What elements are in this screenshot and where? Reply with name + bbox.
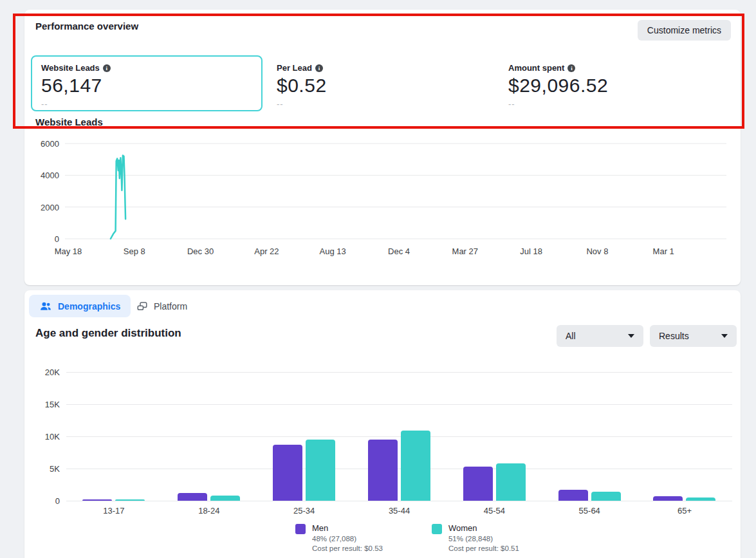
svg-text:Jul 18: Jul 18 [520,246,542,256]
tab-platform[interactable]: Platform [126,295,198,317]
x-axis-label: 65+ [637,506,732,516]
svg-text:Mar 1: Mar 1 [653,246,674,256]
breakdown-dropdown-value: All [566,331,576,341]
men-bar-25-34[interactable] [273,445,302,501]
svg-text:6000: 6000 [41,139,59,149]
performance-overview-card: Performance overview Customize metrics W… [24,10,741,285]
women-bar-65+[interactable] [686,498,715,501]
women-bar-13-17[interactable] [115,499,145,501]
men-color-swatch [295,524,306,534]
metric-card-website-leads[interactable]: Website Leads i 56,147 -- [31,55,263,111]
people-icon [39,300,52,313]
metric-subvalue: -- [41,99,252,109]
legend-share: 48% (27,088) [312,535,383,543]
line-chart-title: Website Leads [35,116,103,127]
women-bar-25-34[interactable] [306,440,335,501]
svg-text:4000: 4000 [41,171,59,180]
age-gender-title: Age and gender distribution [35,327,181,340]
platform-icon [136,301,148,312]
svg-text:Aug 13: Aug 13 [320,246,346,256]
metric-card-amount-spent[interactable]: Amount spent i $29,096.52 -- [508,63,608,109]
gridline [66,501,732,501]
svg-text:Nov 8: Nov 8 [586,246,608,256]
bar-group-35-44 [368,431,430,501]
x-axis-label: 55-64 [542,506,637,516]
metric-label-text: Website Leads [41,63,100,73]
metric-card-per-lead[interactable]: Per Lead i $0.52 -- [277,63,327,109]
y-axis-label: 10K [31,432,60,442]
metric-label-text: Amount spent [508,63,564,73]
tab-platform-label: Platform [154,301,187,312]
men-bar-35-44[interactable] [368,440,398,501]
svg-text:May 18: May 18 [55,246,82,256]
bar-chart-legend: Men 48% (27,088) Cost per result: $0.53 … [295,523,519,552]
bar-group-18-24 [178,493,240,501]
metric-subvalue: -- [277,99,327,109]
bar-group-65+ [653,496,715,501]
x-axis-label: 25-34 [257,506,352,516]
metric-dropdown-value: Results [659,331,689,341]
metric-label: Per Lead i [277,63,327,73]
y-axis-label: 5K [31,464,60,474]
svg-text:Apr 22: Apr 22 [254,246,279,256]
men-bar-18-24[interactable] [178,493,207,501]
website-leads-line-chart: 0200040006000May 18Sep 8Dec 30Apr 22Aug … [35,137,733,266]
legend-cost: Cost per result: $0.53 [312,544,383,552]
legend-item-men: Men 48% (27,088) Cost per result: $0.53 [295,523,383,552]
men-bar-13-17[interactable] [82,499,112,501]
tab-demographics[interactable]: Demographics [29,295,131,317]
svg-text:0: 0 [55,234,59,244]
men-bar-65+[interactable] [653,496,683,501]
info-icon[interactable]: i [103,64,111,72]
y-axis-label: 20K [31,367,60,377]
info-icon[interactable]: i [567,64,575,72]
legend-name: Women [448,523,519,533]
women-bar-35-44[interactable] [401,431,430,501]
metric-value: $0.52 [277,75,327,97]
women-bar-18-24[interactable] [210,496,240,501]
svg-text:2000: 2000 [41,203,59,212]
performance-overview-title: Performance overview [35,21,138,32]
metric-label: Amount spent i [508,63,608,73]
bar-chart-plot: 20K15K10K5K013-1718-2425-3435-4445-5455-… [66,372,732,501]
svg-text:Sep 8: Sep 8 [124,246,145,256]
svg-text:Mar 27: Mar 27 [452,246,478,256]
metric-value: 56,147 [41,75,252,97]
chevron-down-icon [628,334,634,338]
metric-dropdown[interactable]: Results [650,325,737,347]
chevron-down-icon [721,334,728,338]
men-bar-45-54[interactable] [463,467,493,501]
demographics-card: Demographics Platform Age and gender dis… [24,290,741,558]
bar-group-25-34 [273,440,335,501]
y-axis-label: 15K [31,400,60,409]
legend-item-women: Women 51% (28,848) Cost per result: $0.5… [432,523,519,552]
age-gender-bar-chart: 20K15K10K5K013-1718-2425-3435-4445-5455-… [31,372,734,501]
bar-group-13-17 [82,499,145,501]
x-axis-label: 18-24 [161,506,257,516]
bar-group-55-64 [558,490,621,501]
bar-group-45-54 [463,463,526,501]
x-axis-label: 35-44 [352,506,447,516]
y-axis-label: 0 [31,496,60,506]
metric-label-text: Per Lead [277,63,312,73]
info-icon[interactable]: i [315,64,323,72]
tab-demographics-label: Demographics [58,301,120,312]
women-bar-45-54[interactable] [496,463,526,501]
x-axis-label: 45-54 [447,506,542,516]
customize-metrics-button[interactable]: Customize metrics [638,20,731,41]
breakdown-dropdown[interactable]: All [557,325,643,347]
metric-subvalue: -- [508,99,608,109]
svg-text:Dec 30: Dec 30 [187,246,214,256]
men-bar-55-64[interactable] [558,490,588,501]
legend-name: Men [312,523,383,533]
svg-text:Dec 4: Dec 4 [388,246,410,256]
metric-label: Website Leads i [41,63,252,73]
x-axis-label: 13-17 [66,506,161,516]
women-color-swatch [432,524,442,534]
legend-share: 51% (28,848) [448,535,519,543]
metric-value: $29,096.52 [508,75,608,97]
women-bar-55-64[interactable] [591,492,621,501]
legend-cost: Cost per result: $0.51 [448,544,519,552]
